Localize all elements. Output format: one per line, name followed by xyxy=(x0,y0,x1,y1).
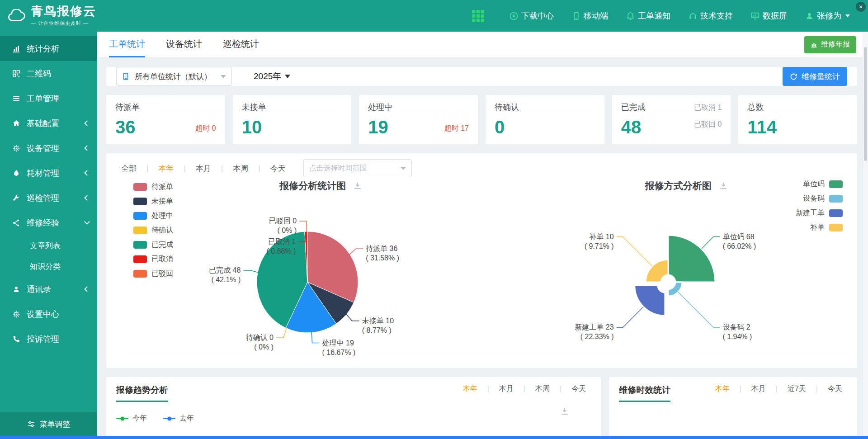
year-select[interactable]: 2025年 xyxy=(254,71,290,82)
stats-tabbar: 工单统计 设备统计 巡检统计 维修年报 xyxy=(97,32,868,58)
eff-opt-year[interactable]: 本年 xyxy=(710,384,735,394)
sidebar-item-inspection[interactable]: 巡检管理 xyxy=(0,185,97,210)
eff-opt-month[interactable]: 本月 xyxy=(735,384,771,394)
legend-item[interactable]: 已驳回 xyxy=(133,269,173,279)
legend-item[interactable]: 已取消 xyxy=(133,255,173,264)
app-logo[interactable]: 青鸟报修云 — 让企业维保更及时 — xyxy=(7,5,104,27)
tab-inspection-stats[interactable]: 巡检统计 xyxy=(223,32,259,57)
sidebar-item-repair-experience[interactable]: 维修经验 xyxy=(0,210,97,235)
svg-text:待派单 36( 31.58% ): 待派单 36( 31.58% ) xyxy=(366,245,399,262)
legend-item[interactable]: 未接单 xyxy=(133,197,173,206)
legend-label: 补单 xyxy=(810,223,825,232)
svg-text:处理中 19( 16.67% ): 处理中 19( 16.67% ) xyxy=(322,339,355,356)
scrollbar-thumb[interactable] xyxy=(864,47,867,161)
legend-label: 去年 xyxy=(179,414,194,423)
legend-item[interactable]: 单位码 xyxy=(796,179,843,189)
date-range-select[interactable]: 点击选择时间范围 xyxy=(303,159,412,177)
svg-text:未接单 10( 8.77% ): 未接单 10( 8.77% ) xyxy=(362,317,394,334)
sidebar-subitem-article-list[interactable]: 文章列表 xyxy=(0,235,97,256)
eff-opt-7days[interactable]: 近7天 xyxy=(771,384,811,394)
trend-opt-week[interactable]: 本周 xyxy=(519,384,555,394)
repair-analysis-pie-canvas[interactable]: 待派单 36( 31.58% )未接单 10( 8.77% )处理中 19( 1… xyxy=(149,194,493,368)
tab-workorder-stats[interactable]: 工单统计 xyxy=(109,32,145,57)
trend-legend: 今年 去年 xyxy=(116,414,591,423)
sidebar-item-base-config[interactable]: 基础配置 xyxy=(0,111,97,136)
trend-opt-month[interactable]: 本月 xyxy=(482,384,519,394)
stat-label: 待确认 xyxy=(495,102,595,113)
svg-text:已驳回 0( 0% ): 已驳回 0( 0% ) xyxy=(269,217,297,234)
legend-label: 今年 xyxy=(132,414,147,423)
nav-tech-support[interactable]: 技术支持 xyxy=(689,10,733,21)
building-icon xyxy=(122,72,130,80)
trend-opt-year[interactable]: 本年 xyxy=(458,384,482,394)
legend-item[interactable]: 去年 xyxy=(163,414,194,423)
sidebar-item-complaints[interactable]: 投诉管理 xyxy=(0,326,97,351)
annual-report-button[interactable]: 维修年报 xyxy=(804,36,856,53)
eff-opt-today[interactable]: 今天 xyxy=(811,384,847,394)
legend-swatch xyxy=(829,180,843,188)
nav-data-screen[interactable]: 数据屏 xyxy=(751,10,787,21)
wrench-icon xyxy=(12,194,21,202)
sidebar-label: 二维码 xyxy=(27,68,51,79)
chevron-down-icon xyxy=(845,14,850,17)
sidebar-item-settings[interactable]: 设置中心 xyxy=(0,302,97,326)
sidebar-item-device-mgmt[interactable]: 设备管理 xyxy=(0,136,97,160)
legend-item[interactable]: 待派单 xyxy=(133,182,173,192)
time-opt-all[interactable]: 全部 xyxy=(116,163,142,174)
vertical-scrollbar[interactable] xyxy=(863,32,868,439)
svg-text:设备码 2( 1.94% ): 设备码 2( 1.94% ) xyxy=(723,323,752,340)
user-menu[interactable]: 张修为 xyxy=(805,10,850,21)
legend-item[interactable]: 设备码 xyxy=(796,194,843,203)
svg-text:补单 10( 9.71% ): 补单 10( 9.71% ) xyxy=(585,233,614,250)
cloud-logo-icon xyxy=(7,9,26,23)
repair-volume-button[interactable]: 维修量统计 xyxy=(783,67,847,86)
sidebar-item-workorders[interactable]: 工单管理 xyxy=(0,86,97,111)
sidebar-menu-adjust[interactable]: 菜单调整 xyxy=(0,412,97,436)
legend-swatch xyxy=(133,227,147,234)
trend-opt-today[interactable]: 今天 xyxy=(555,384,591,394)
sidebar-item-contacts[interactable]: 通讯录 xyxy=(0,277,97,302)
repair-method-chart: 单位码 设备码 新建工单 补单 报修方式分析图 单位码 68( 66.02% )… xyxy=(526,179,847,368)
stats-row: 待派单 36 超时 0 未接单 10 处理中 19 超时 17 待确认 0 已完… xyxy=(106,95,857,144)
sidebar-label: 投诉管理 xyxy=(27,334,59,345)
legend-swatch xyxy=(133,212,147,220)
chart-download-icon[interactable] xyxy=(353,181,362,190)
chart-download-icon[interactable] xyxy=(560,407,569,416)
stat-card-pending-confirm: 待确认 0 xyxy=(486,95,604,144)
time-opt-year[interactable]: 本年 xyxy=(142,163,179,174)
time-filter-row: 全部 本年 本月 本周 今天 点击选择时间范围 xyxy=(116,160,847,177)
stat-card-pending-dispatch: 待派单 36 超时 0 xyxy=(106,95,225,144)
chart-download-icon[interactable] xyxy=(719,181,728,190)
time-opt-month[interactable]: 本月 xyxy=(179,163,216,174)
chart-title: 报修方式分析图 xyxy=(645,179,712,192)
sidebar-item-consumables[interactable]: 耗材管理 xyxy=(0,160,97,185)
repair-volume-label: 维修量统计 xyxy=(802,71,840,82)
app-subtitle: — 让企业维保更及时 — xyxy=(31,20,96,27)
nav-download-center[interactable]: 下载中心 xyxy=(509,10,554,21)
legend-item[interactable]: 处理中 xyxy=(133,211,173,221)
phone-icon xyxy=(12,335,21,343)
trend-title: 报修趋势分析 xyxy=(116,384,168,402)
close-icon[interactable]: × xyxy=(856,2,866,12)
nav-workorder-notice[interactable]: 工单通知 xyxy=(626,10,670,21)
sidebar-item-qrcode[interactable]: 二维码 xyxy=(0,61,97,86)
time-opt-today[interactable]: 今天 xyxy=(253,163,290,174)
apps-grid-icon[interactable] xyxy=(472,10,484,22)
legend-item[interactable]: 已完成 xyxy=(133,240,173,250)
legend-item[interactable]: 补单 xyxy=(796,223,843,232)
svg-text:待确认 0( 0% ): 待确认 0( 0% ) xyxy=(245,334,273,351)
sidebar-subitem-knowledge-category[interactable]: 知识分类 xyxy=(0,256,97,277)
legend-item[interactable]: 今年 xyxy=(116,414,147,423)
legend-item[interactable]: 新建工单 xyxy=(796,208,843,218)
unit-select[interactable]: 所有单位统计（默认） xyxy=(116,67,232,86)
sidebar-item-statistics[interactable]: 统计分析 xyxy=(0,36,97,61)
nav-mobile[interactable]: 移动端 xyxy=(572,10,608,21)
tab-device-stats[interactable]: 设备统计 xyxy=(166,32,202,57)
line-marker xyxy=(163,418,175,419)
sliders-icon xyxy=(27,420,35,428)
rose-legend: 单位码 设备码 新建工单 补单 xyxy=(796,179,843,232)
legend-swatch xyxy=(133,255,147,263)
time-opt-week[interactable]: 本周 xyxy=(216,163,253,174)
legend-item[interactable]: 待确认 xyxy=(133,226,173,235)
legend-label: 未接单 xyxy=(151,197,173,206)
